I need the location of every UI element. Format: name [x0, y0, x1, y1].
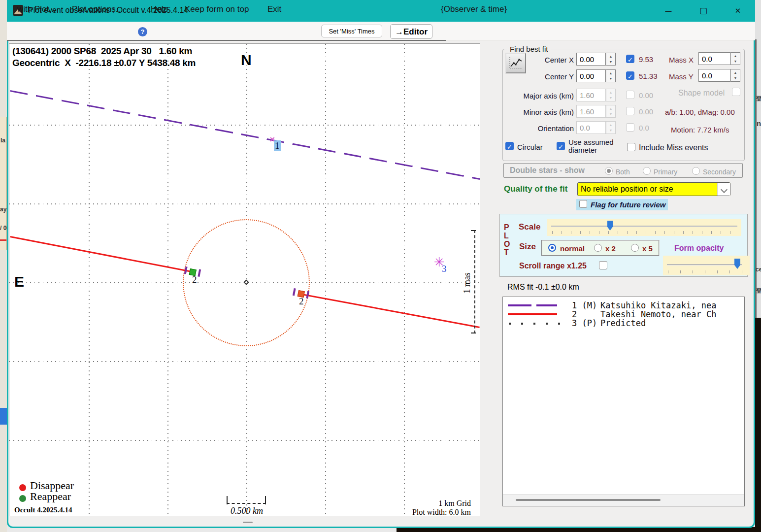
spin-down-icon[interactable]	[734, 60, 737, 63]
scale-slider-thumb[interactable]	[607, 221, 613, 231]
center-y-spinner[interactable]	[606, 69, 616, 82]
mas-bracket-cap-bottom	[471, 332, 476, 333]
scale-slider[interactable]	[547, 219, 741, 236]
scroll-range-checkbox[interactable]	[599, 261, 607, 269]
major-axis-spinner[interactable]	[606, 89, 616, 101]
spin-down-icon[interactable]	[609, 96, 613, 100]
background-text-fragment: ay	[0, 206, 6, 213]
fit-x-checkbox[interactable]	[626, 55, 634, 63]
shape-model-checkbox[interactable]	[732, 88, 740, 96]
spin-down-icon[interactable]	[609, 129, 613, 132]
size-normal-label: normal	[560, 244, 585, 253]
center-y-field[interactable]: 0.00	[576, 69, 606, 82]
motion-label: Motion: 7.72 km/s	[671, 126, 729, 134]
chord-3-label: 3	[442, 264, 447, 274]
spin-up-icon[interactable]	[609, 107, 613, 110]
observation-code[interactable]: 1 (M)	[572, 300, 597, 310]
menu-exit[interactable]: Exit	[267, 4, 281, 14]
orientation-label: Orientation	[502, 124, 574, 133]
orientation-checkbox[interactable]	[626, 123, 634, 132]
double-stars-secondary-radio[interactable]	[692, 167, 700, 175]
circular-checkbox[interactable]	[505, 142, 514, 150]
observation-name[interactable]: Katsuhiko Kitazaki, nea	[600, 300, 716, 310]
mass-x-label: Mass X	[669, 56, 694, 64]
flag-review-checkbox[interactable]	[579, 200, 587, 208]
fit-chart-button[interactable]	[505, 53, 526, 73]
major-axis-checkbox[interactable]	[626, 91, 634, 99]
plot-canvas[interactable]: (130641) 2000 SP68 2025 Apr 30 1.60 km G…	[9, 43, 480, 516]
form-opacity-track	[667, 264, 742, 266]
minimize-button[interactable]	[661, 4, 676, 17]
resize-grip[interactable]	[243, 522, 253, 523]
orientation-spinner[interactable]	[606, 121, 616, 134]
quality-combobox[interactable]: No reliable position or size	[577, 182, 730, 196]
menu-plot-options[interactable]: Plot options...	[72, 4, 123, 14]
minor-axis-field[interactable]: 1.60	[576, 105, 606, 118]
observation-name[interactable]: Predicted	[600, 318, 646, 328]
rms-fit-label: RMS fit -0.1 ±0.0 km	[507, 283, 579, 292]
double-stars-both-radio[interactable]	[605, 167, 613, 175]
form-opacity-slider[interactable]	[663, 256, 750, 275]
spin-up-icon[interactable]	[609, 123, 613, 127]
size-x5-radio[interactable]	[631, 244, 639, 252]
observation-code[interactable]: 3 (P)	[572, 318, 597, 328]
plot-title: (130641) 2000 SP68 2025 Apr 30 1.60 km	[12, 46, 192, 57]
mass-y-field[interactable]: 0.0	[698, 69, 730, 82]
fit-y-checkbox[interactable]	[626, 71, 634, 80]
mass-x-spinner[interactable]	[730, 52, 740, 65]
maximize-icon	[699, 6, 707, 15]
size-x2-radio[interactable]	[594, 244, 602, 252]
background-red-line-fragment	[0, 239, 6, 241]
chevron-down-icon[interactable]	[717, 183, 730, 196]
size-normal-radio[interactable]	[548, 244, 556, 252]
spin-up-icon[interactable]	[734, 54, 737, 58]
chart-icon	[507, 55, 524, 71]
ab-dmag-label: a/b: 1.00, dMag: 0.00	[665, 108, 735, 116]
center-x-spinner[interactable]	[606, 53, 616, 66]
observation-name[interactable]: Takeshi Nemoto, near Ch	[600, 309, 716, 319]
spin-down-icon[interactable]	[609, 60, 613, 64]
spin-down-icon[interactable]	[734, 76, 737, 80]
spin-up-icon[interactable]	[609, 71, 613, 75]
spin-up-icon[interactable]	[609, 55, 613, 58]
maximize-button[interactable]	[696, 4, 711, 17]
grid-line-h	[9, 203, 480, 204]
menu-help[interactable]: Help	[151, 4, 168, 14]
spin-down-icon[interactable]	[609, 77, 613, 80]
scrollbar-thumb[interactable]	[516, 499, 661, 501]
quality-value: No reliable position or size	[581, 185, 673, 194]
scroll-range-label: Scroll range x1.25	[519, 262, 587, 270]
spin-up-icon[interactable]	[609, 91, 613, 94]
observations-listbox[interactable]: 1 (M) Katsuhiko Kitazaki, nea 2 Takeshi …	[502, 297, 745, 506]
form-opacity-thumb[interactable]	[734, 259, 740, 269]
minor-axis-label: Minor axis (km)	[502, 108, 574, 116]
fit-x-value: 9.53	[639, 55, 653, 64]
set-miss-times-button[interactable]: Set 'Miss' Times	[321, 25, 382, 37]
chord-2-line-west	[10, 236, 192, 272]
minor-axis-spinner[interactable]	[606, 105, 616, 118]
orientation-field[interactable]: 0.0	[576, 121, 606, 134]
scale-slider-ticks	[552, 231, 738, 234]
menu-keep-on-top[interactable]: Keep form on top	[185, 4, 249, 14]
minor-axis-checkbox[interactable]	[626, 107, 634, 115]
help-icon[interactable]	[138, 27, 147, 36]
include-miss-checkbox[interactable]	[627, 143, 635, 151]
center-x-field[interactable]: 0.00	[576, 53, 606, 66]
mass-x-field[interactable]: 0.0	[698, 52, 730, 65]
background-text-fragment: 登	[756, 287, 761, 295]
close-button[interactable]	[730, 4, 745, 17]
editor-button[interactable]: →Editor	[390, 24, 432, 39]
double-stars-primary-radio[interactable]	[643, 167, 651, 175]
observation-code[interactable]: 2	[572, 309, 577, 319]
major-axis-field[interactable]: 1.60	[576, 89, 606, 101]
background-text-fragment: la	[0, 137, 5, 144]
major-axis-check-value: 0.00	[639, 91, 653, 100]
use-assumed-checkbox[interactable]	[557, 142, 565, 150]
spin-up-icon[interactable]	[734, 71, 737, 74]
menu-with-plot[interactable]: with Plot...	[17, 4, 56, 14]
fit-y-value: 51.33	[639, 72, 658, 80]
mass-y-spinner[interactable]	[730, 69, 740, 82]
background-text-fragment: n	[757, 119, 761, 128]
spin-down-icon[interactable]	[609, 112, 613, 116]
plot-panel-title: P L O T	[504, 223, 510, 257]
